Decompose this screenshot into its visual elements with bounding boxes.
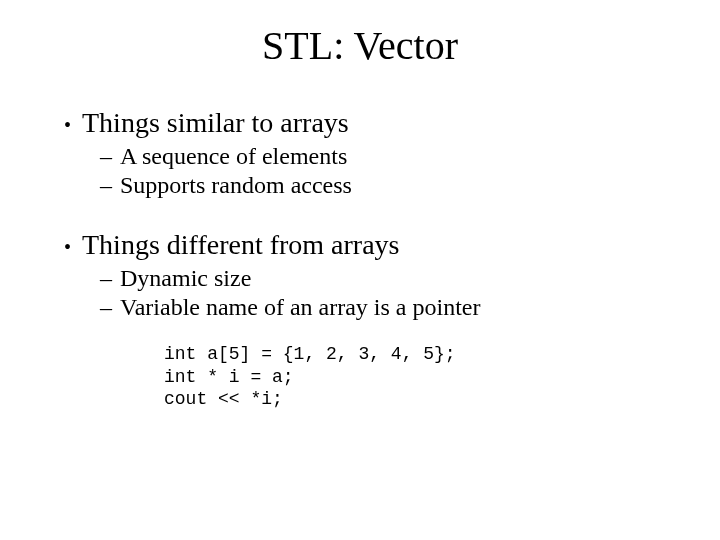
section-similar: • Things similar to arrays – A sequence … [64, 107, 670, 199]
slide: STL: Vector • Things similar to arrays –… [0, 0, 720, 540]
dash-icon: – [100, 265, 120, 292]
bullet-list: • Things similar to arrays – A sequence … [64, 107, 670, 411]
sub-item: – Variable name of an array is a pointer [100, 294, 670, 321]
code-snippet: int a[5] = {1, 2, 3, 4, 5}; int * i = a;… [164, 343, 670, 411]
section-different: • Things different from arrays – Dynamic… [64, 229, 670, 411]
slide-title: STL: Vector [50, 22, 670, 69]
sub-item: – Dynamic size [100, 265, 670, 292]
section-heading: Things different from arrays [82, 229, 400, 261]
bullet-dot-icon: • [64, 233, 82, 261]
dash-icon: – [100, 172, 120, 199]
sub-item-text: Variable name of an array is a pointer [120, 294, 481, 321]
bullet-dot-icon: • [64, 111, 82, 139]
sub-item: – Supports random access [100, 172, 670, 199]
sub-item: – A sequence of elements [100, 143, 670, 170]
sub-item-text: A sequence of elements [120, 143, 347, 170]
dash-icon: – [100, 143, 120, 170]
dash-icon: – [100, 294, 120, 321]
sub-item-text: Dynamic size [120, 265, 251, 292]
sub-list: – A sequence of elements – Supports rand… [100, 143, 670, 199]
sub-item-text: Supports random access [120, 172, 352, 199]
section-heading: Things similar to arrays [82, 107, 349, 139]
sub-list: – Dynamic size – Variable name of an arr… [100, 265, 670, 321]
